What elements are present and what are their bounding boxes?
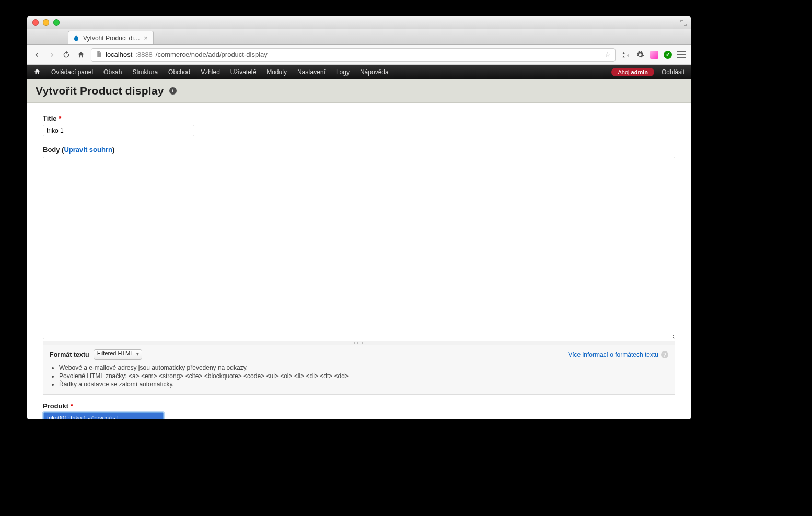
- admin-menu-item[interactable]: Uživatelé: [225, 68, 261, 76]
- admin-menu-item[interactable]: Nápověda: [355, 68, 394, 76]
- mac-titlebar: [27, 16, 691, 29]
- admin-home-icon[interactable]: [33, 68, 41, 77]
- title-label: Title *: [43, 114, 61, 122]
- logout-link[interactable]: Odhlásit: [662, 68, 685, 76]
- product-label: Produkt *: [43, 402, 675, 410]
- chrome-menu-icon[interactable]: [677, 51, 686, 58]
- title-input[interactable]: [43, 125, 194, 136]
- recycle-extension-icon[interactable]: [621, 50, 630, 60]
- window-expand-icon[interactable]: [680, 19, 687, 25]
- format-label: Formát textu: [50, 351, 89, 358]
- admin-menu-item[interactable]: Obchod: [163, 68, 195, 76]
- edit-summary-link[interactable]: Upravit souhrn: [64, 146, 112, 154]
- address-bar[interactable]: localhost:8888/commerce/node/add/product…: [91, 48, 616, 62]
- admin-menu-item[interactable]: Nastavení: [292, 68, 331, 76]
- bookmark-star-icon[interactable]: ☆: [605, 51, 611, 58]
- body-textarea[interactable]: [43, 157, 675, 339]
- nav-forward-button[interactable]: [47, 50, 56, 60]
- settings-gear-icon[interactable]: [635, 50, 645, 60]
- extension-buttons: ✓: [621, 50, 686, 60]
- window-close-button[interactable]: [32, 19, 39, 26]
- browser-toolbar: localhost:8888/commerce/node/add/product…: [27, 45, 691, 65]
- product-multiselect[interactable]: triko001: triko 1 - červená - L triko001…: [43, 412, 164, 419]
- user-greeting[interactable]: Ahoj admin: [611, 68, 654, 76]
- admin-menu: Ovládací panel Obsah Struktura Obchod Vz…: [46, 68, 394, 76]
- url-port: :8888: [135, 51, 153, 58]
- url-host: localhost: [106, 51, 132, 58]
- nav-home-button[interactable]: [76, 50, 86, 60]
- window-zoom-button[interactable]: [53, 19, 60, 26]
- nav-back-button[interactable]: [32, 50, 42, 60]
- format-tip: Řádky a odstavce se zalomí automaticky.: [59, 381, 668, 388]
- admin-menu-item[interactable]: Struktura: [127, 68, 163, 76]
- format-select[interactable]: Filtered HTML: [94, 349, 143, 360]
- body-label: Body (Upravit souhrn): [43, 146, 114, 154]
- url-path: /commerce/node/add/product-display: [156, 51, 268, 58]
- textarea-resize-grip[interactable]: [43, 341, 675, 345]
- admin-menu-item[interactable]: Ovládací panel: [46, 68, 98, 76]
- admin-menu-item[interactable]: Moduly: [261, 68, 292, 76]
- window-minimize-button[interactable]: [43, 19, 49, 26]
- add-shortcut-icon[interactable]: +: [169, 87, 177, 95]
- required-marker: *: [59, 114, 61, 122]
- pink-extension-icon[interactable]: [650, 51, 658, 59]
- format-help-link[interactable]: Více informací o formátech textů ?: [568, 351, 668, 358]
- form-content: Title * Body (Upravit souhrn) Formát tex…: [27, 103, 691, 419]
- admin-toolbar: Ovládací panel Obsah Struktura Obchod Vz…: [27, 65, 691, 79]
- tab-strip: Vytvořit Product display | c ×: [27, 29, 691, 45]
- required-marker: *: [71, 402, 73, 410]
- help-icon: ?: [661, 351, 668, 358]
- title-field: Title *: [43, 114, 675, 136]
- format-tip: Povolené HTML značky: <a> <em> <strong> …: [59, 372, 668, 380]
- tab-title: Vytvořit Product display | c: [83, 34, 141, 42]
- tab-close-icon[interactable]: ×: [144, 34, 148, 41]
- body-field: Body (Upravit souhrn) Formát textu Filte…: [43, 146, 675, 395]
- browser-window: Vytvořit Product display | c × localhost…: [27, 16, 691, 419]
- admin-menu-item[interactable]: Vzhled: [195, 68, 225, 76]
- admin-menu-item[interactable]: Obsah: [98, 68, 127, 76]
- browser-tab[interactable]: Vytvořit Product display | c ×: [68, 31, 154, 44]
- nav-reload-button[interactable]: [62, 50, 71, 60]
- traffic-lights: [32, 19, 60, 26]
- page-icon: [96, 51, 102, 59]
- drupal-favicon-icon: [73, 34, 80, 42]
- text-format-box: Formát textu Filtered HTML Více informac…: [43, 345, 675, 395]
- adblock-extension-icon[interactable]: ✓: [664, 51, 672, 59]
- product-option[interactable]: triko001: triko 1 - červená - L: [44, 414, 163, 419]
- format-tip: Webové a e-mailové adresy jsou automatic…: [59, 364, 668, 371]
- page-title: Vytvořit Product display: [36, 85, 164, 97]
- admin-menu-item[interactable]: Logy: [331, 68, 355, 76]
- page-header: Vytvořit Product display +: [27, 79, 691, 103]
- format-tips: Webové a e-mailové adresy jsou automatic…: [59, 364, 668, 388]
